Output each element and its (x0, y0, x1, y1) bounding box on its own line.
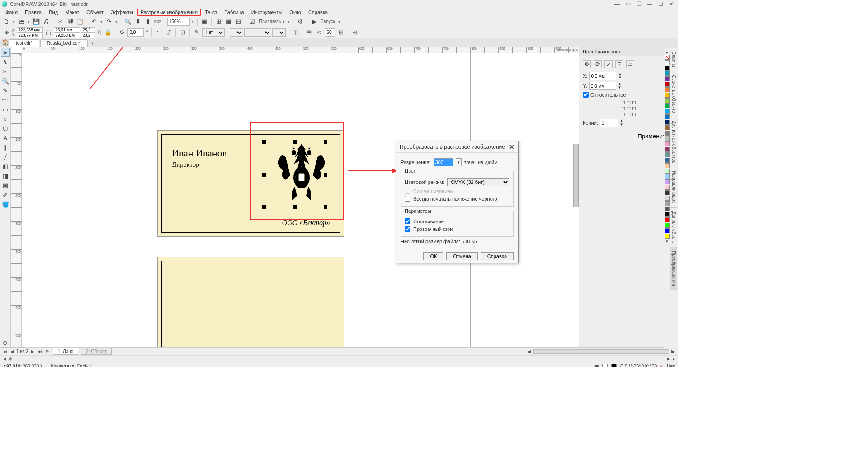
redo-button[interactable]: ↷ (104, 17, 113, 26)
page-tab-1[interactable]: 1: Лицо (53, 348, 78, 355)
palette-left[interactable]: ◀ (2, 357, 8, 361)
palette-up[interactable]: ▴ (666, 50, 668, 54)
copy-button[interactable]: 🗐 (66, 17, 75, 26)
color-swatch[interactable] (665, 109, 670, 114)
launch-label[interactable]: Запуск (320, 19, 336, 24)
line-start-select[interactable]: — (230, 28, 243, 37)
new-button[interactable]: 🗋 (2, 17, 11, 26)
parallel-tool[interactable]: ∥ (1, 143, 10, 152)
color-swatch[interactable] (665, 196, 670, 201)
wrap-button[interactable]: ◫ (291, 28, 300, 37)
quick-customize-button[interactable]: ⊕ (350, 28, 359, 37)
business-card-back[interactable] (157, 257, 344, 347)
skew-mode-icon[interactable]: ▱ (626, 60, 634, 68)
color-swatch[interactable] (665, 71, 670, 76)
color-swatch[interactable] (665, 169, 670, 174)
copies-input[interactable] (600, 119, 618, 127)
resolution-input[interactable] (434, 158, 453, 166)
color-swatch[interactable] (665, 207, 670, 212)
menu-view[interactable]: Вид (45, 9, 61, 15)
menu-table[interactable]: Таблица (221, 9, 248, 15)
artistic-tool[interactable]: 〰 (1, 95, 10, 104)
palette-right[interactable]: ▶ (665, 357, 671, 361)
docker-x-input[interactable] (589, 72, 616, 80)
sy-input[interactable] (81, 33, 95, 38)
paste-button[interactable]: 📋 (75, 17, 85, 26)
color-swatch[interactable] (665, 147, 670, 152)
page-tab-2[interactable]: 2: Оборот (81, 348, 112, 355)
w-input[interactable] (54, 27, 80, 33)
side-tab-transform[interactable]: Преобразования (670, 247, 677, 290)
handle-e[interactable] (324, 173, 327, 177)
menu-layout[interactable]: Макет (61, 9, 83, 15)
snap-label[interactable]: Привязать к (258, 19, 286, 24)
menu-bitmaps[interactable]: Растровые изображения (137, 9, 201, 16)
close-curve-button[interactable]: ⎋ (315, 28, 324, 37)
color-swatch[interactable] (665, 179, 670, 184)
page-prev[interactable]: ◀ (9, 349, 15, 354)
color-proof-icon[interactable]: ▩ (594, 364, 599, 367)
max2-button[interactable]: ☐ (656, 1, 665, 7)
fill-tool[interactable]: 🪣 (1, 200, 10, 209)
overprint-checkbox[interactable] (405, 196, 410, 202)
menu-tools[interactable]: Инструменты (248, 9, 286, 15)
palette-down[interactable]: ▾ (666, 239, 668, 244)
cut-button[interactable]: ✂ (56, 17, 65, 26)
color-swatch[interactable] (665, 114, 670, 119)
hscroll-track[interactable] (533, 349, 669, 354)
cancel-button[interactable]: Отмена (446, 252, 477, 260)
hscroll-left[interactable]: ◀ (526, 349, 533, 354)
transparency-tool[interactable]: ◨ (1, 171, 10, 180)
publish-pdf-button[interactable]: PDF (153, 17, 162, 26)
maxgroup-button[interactable]: ❐ (634, 1, 644, 7)
minimize-button[interactable]: — (612, 1, 622, 7)
quick-add-tool[interactable]: ⊕ (1, 338, 10, 347)
save-button[interactable]: 💾 (32, 17, 41, 26)
menu-text[interactable]: Текст (201, 9, 221, 15)
transparent-checkbox[interactable] (405, 226, 410, 232)
trace-button[interactable]: ⊡ (178, 28, 187, 37)
convert-button[interactable]: ⊞ (336, 28, 345, 37)
color-swatch[interactable] (665, 103, 670, 108)
text-tool[interactable]: A (1, 133, 10, 142)
x-input[interactable] (17, 27, 43, 33)
outline-swatch[interactable] (611, 364, 617, 367)
min2-button[interactable]: — (645, 1, 655, 7)
menu-file[interactable]: Файл (2, 9, 21, 15)
polygon-tool[interactable]: ⬡ (1, 124, 10, 133)
print-button[interactable]: 🖨 (42, 17, 51, 26)
open-button[interactable]: 🗁 (17, 17, 26, 26)
scale-mode-icon[interactable]: ⤢ (604, 60, 613, 68)
handle-se[interactable] (324, 205, 327, 209)
page-next[interactable]: ▶ (29, 349, 36, 354)
menu-window[interactable]: Окно (286, 9, 305, 15)
color-swatch[interactable] (665, 76, 670, 81)
side-tab-obj-mgr[interactable]: Диспетчер объектов (670, 117, 677, 167)
launch-icon[interactable]: ▶ (310, 17, 319, 26)
eyedropper-tool[interactable]: ✐ (1, 190, 10, 199)
crop-tool[interactable]: ✂ (1, 67, 10, 76)
color-swatch[interactable] (665, 98, 670, 103)
options-button[interactable]: ⚙ (296, 17, 305, 26)
color-swatch[interactable] (665, 158, 670, 163)
line-end-select[interactable]: — (272, 28, 286, 37)
page-add[interactable]: ⊕ (44, 349, 50, 354)
page-first[interactable]: ⏮ (2, 349, 8, 354)
color-swatch[interactable] (665, 185, 670, 190)
color-swatch[interactable] (665, 163, 670, 168)
color-swatch[interactable] (665, 125, 670, 130)
restore-button[interactable]: ▭ (623, 1, 633, 7)
side-tab-guides[interactable]: Направляющие (670, 167, 677, 208)
fullscreen-button[interactable]: ▣ (200, 17, 209, 26)
line-tool[interactable]: ╱ (1, 152, 10, 161)
menu-effects[interactable]: Эффекты (107, 9, 137, 15)
y-input[interactable] (17, 33, 43, 38)
export-button[interactable]: ⬆ (143, 17, 152, 26)
undo-button[interactable]: ↶ (90, 17, 99, 26)
color-swatch[interactable] (665, 60, 670, 65)
shape-tool[interactable]: ↯ (1, 57, 10, 66)
position-mode-icon[interactable]: ✥ (583, 60, 591, 68)
color-swatch[interactable] (665, 152, 670, 157)
home-icon[interactable]: 🏠 (2, 38, 9, 47)
menu-edit[interactable]: Правка (21, 9, 45, 15)
